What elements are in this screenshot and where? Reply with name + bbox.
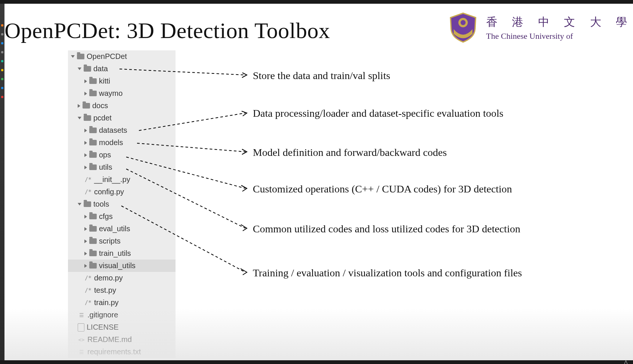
slide-title: OpenPCDet: 3D Detection Toolbox (4, 18, 330, 44)
tree-item[interactable]: /*test.py (68, 284, 176, 296)
tree-item-label: models (99, 138, 123, 147)
tree-item[interactable]: LICENSE (68, 321, 176, 333)
bottom-bar: ⋀ (0, 360, 633, 364)
tree-item-label: kitti (99, 77, 110, 85)
disclosure-triangle-icon[interactable] (71, 55, 75, 58)
markdown-file-icon: <> (78, 337, 85, 343)
tree-item[interactable]: /*train.py (68, 296, 176, 309)
tree-root[interactable]: OpenPCDet (68, 50, 176, 63)
python-file-icon: /* (84, 287, 92, 294)
folder-icon (89, 152, 97, 158)
slide: OpenPCDet: 3D Detection Toolbox 香 港 中 文 … (4, 4, 633, 360)
tree-item[interactable]: cfgs (68, 210, 176, 223)
annotation-data: Store the data and train/val splits (253, 70, 390, 82)
disclosure-triangle-icon[interactable] (84, 227, 87, 231)
folder-icon (89, 140, 97, 145)
tree-item-label: eval_utils (99, 225, 130, 233)
tree-item[interactable]: models (68, 136, 176, 149)
tree-item[interactable]: ☰requirements.txt (68, 346, 176, 358)
tree-item[interactable]: /*demo.py (68, 272, 176, 284)
tree-item[interactable]: utils (68, 161, 176, 173)
dock-icon[interactable] (1, 78, 3, 80)
tree-item[interactable]: datasets (68, 124, 176, 136)
tree-item[interactable]: ☰.gitignore (68, 309, 176, 321)
folder-icon (89, 78, 97, 84)
tree-item-label: LICENSE (87, 323, 119, 332)
folder-icon (89, 164, 97, 170)
gitignore-file-icon: ☰ (78, 312, 85, 318)
folder-icon (84, 115, 91, 121)
disclosure-triangle-icon[interactable] (84, 264, 87, 268)
tree-item-label: datasets (99, 126, 127, 135)
disclosure-triangle-icon[interactable] (84, 252, 87, 255)
dock-icon[interactable] (1, 69, 3, 71)
disclosure-triangle-icon[interactable] (84, 215, 87, 219)
bottom-corner-glyph: ⋀ (624, 360, 628, 364)
university-name-cn: 香 港 中 文 大 學 (486, 15, 633, 30)
tree-item[interactable]: pcdet (68, 112, 176, 124)
folder-icon (89, 263, 97, 269)
disclosure-triangle-icon[interactable] (84, 79, 87, 83)
tree-item-label: README.md (87, 335, 132, 344)
tree-item-label: docs (92, 101, 108, 110)
university-name-en: The Chinese University of (486, 31, 633, 41)
folder-icon (89, 214, 97, 219)
dock-icon[interactable] (1, 33, 3, 35)
tree-item-label: waymo (99, 89, 122, 98)
folder-icon (89, 226, 97, 232)
disclosure-triangle-icon[interactable] (84, 92, 87, 95)
tree-item[interactable]: kitti (68, 75, 176, 87)
python-file-icon: /* (84, 189, 92, 195)
annotation-models: Model definition and forward/backward co… (253, 147, 447, 159)
annotation-ops: Customized operations (C++ / CUDA codes)… (253, 183, 512, 195)
tree-item-label: data (93, 65, 108, 73)
folder-icon (89, 91, 97, 96)
disclosure-triangle-icon[interactable] (78, 203, 81, 205)
tree-item[interactable]: waymo (68, 87, 176, 100)
tree-item-label: visual_utils (99, 261, 136, 270)
folder-icon (83, 103, 90, 109)
disclosure-triangle-icon[interactable] (78, 117, 81, 119)
tree-item[interactable]: eval_utils (68, 223, 176, 235)
folder-icon (89, 238, 97, 244)
tree-item-label: test.py (94, 286, 116, 295)
tree-item-label: utils (99, 163, 112, 172)
tree-item[interactable]: /*__init__.py (68, 173, 176, 186)
folder-icon (89, 251, 97, 256)
tree-item[interactable]: /*config.py (68, 186, 176, 198)
text-file-icon: ☰ (78, 349, 85, 355)
python-file-icon: /* (84, 176, 92, 183)
python-file-icon: /* (84, 275, 92, 282)
disclosure-triangle-icon[interactable] (78, 68, 81, 70)
tree-item[interactable]: docs (68, 100, 176, 112)
dock-icon[interactable] (1, 51, 3, 53)
disclosure-triangle-icon[interactable] (84, 153, 87, 157)
tree-root-label: OpenPCDet (87, 52, 127, 61)
tree-item[interactable]: <>README.md (68, 333, 176, 346)
dock-icon[interactable] (1, 24, 3, 26)
disclosure-triangle-icon[interactable] (84, 239, 87, 243)
disclosure-triangle-icon[interactable] (84, 129, 87, 132)
tree-item-label: demo.py (94, 274, 123, 282)
university-logo-block: 香 港 中 文 大 學 The Chinese University of (446, 12, 633, 43)
disclosure-triangle-icon[interactable] (78, 104, 80, 108)
tree-item[interactable]: data (68, 63, 176, 75)
disclosure-triangle-icon[interactable] (84, 166, 87, 169)
dock-icon[interactable] (1, 87, 3, 89)
dock-icon[interactable] (1, 96, 3, 98)
tree-item[interactable]: train_utils (68, 247, 176, 260)
disclosure-triangle-icon[interactable] (84, 141, 87, 145)
tree-item[interactable]: scripts (68, 235, 176, 247)
dock-icon[interactable] (1, 42, 3, 44)
folder-icon (84, 201, 91, 207)
file-icon (78, 323, 84, 332)
tree-item[interactable]: tools (68, 198, 176, 210)
tree-item-label: ops (99, 151, 111, 159)
annotation-datasets: Data processing/loader and dataset-speci… (253, 107, 503, 119)
tree-item[interactable]: visual_utils (68, 260, 176, 272)
tree-item[interactable]: ops (68, 149, 176, 161)
tree-item-label: cfgs (99, 212, 113, 221)
dock-icon[interactable] (1, 60, 3, 62)
annotation-tools: Training / evaluation / visualization to… (253, 267, 522, 279)
file-tree: OpenPCDet datakittiwaymodocspcdetdataset… (68, 50, 176, 358)
